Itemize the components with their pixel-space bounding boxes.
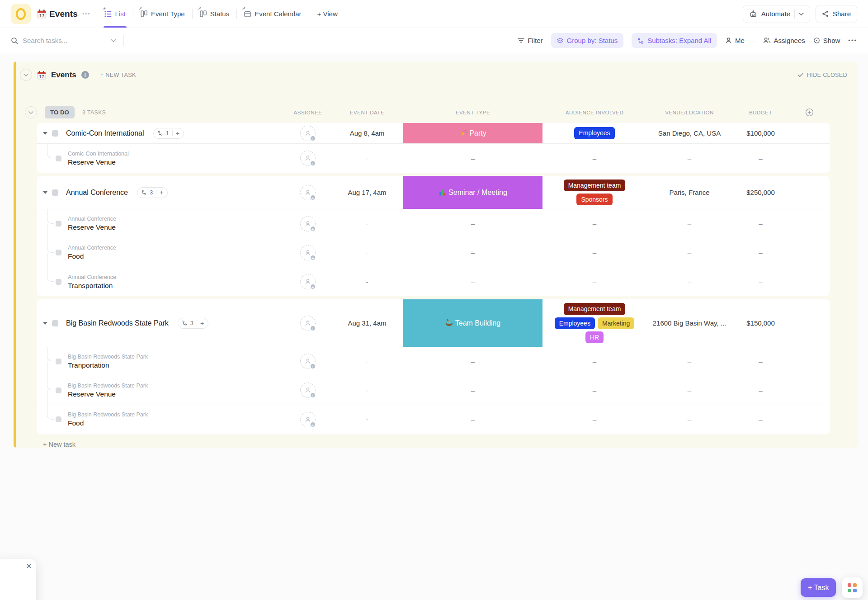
subtask-row[interactable]: Big Basin Redwoods State Park Food + - –… (37, 405, 830, 434)
task-row[interactable]: Comic-Con International 1 + + Aug 8, 4am… (37, 123, 830, 144)
add-subtask-plus[interactable]: + (200, 320, 204, 327)
empty-audience[interactable]: – (593, 387, 596, 394)
close-icon[interactable]: ✕ (26, 562, 32, 570)
empty-budget[interactable]: – (759, 387, 762, 394)
assignee-placeholder[interactable]: + (300, 316, 316, 331)
subtask-row[interactable]: Annual Conference Food + - – – – – (37, 238, 830, 267)
task-name[interactable]: Big Basin Redwoods State Park (66, 319, 169, 327)
app-grid-button[interactable] (842, 577, 863, 598)
empty-event-date[interactable]: - (366, 278, 368, 286)
audience-badge[interactable]: Management team (564, 303, 626, 315)
empty-event-type[interactable]: – (471, 155, 475, 162)
subtask-parent-name[interactable]: Annual Conference (68, 216, 116, 222)
empty-event-date[interactable]: - (366, 155, 368, 162)
column-header-venue[interactable]: VENUE/LOCATION (646, 110, 732, 115)
audience-cell[interactable]: Employees (542, 123, 646, 143)
empty-audience[interactable]: – (593, 278, 596, 286)
tab-event-calendar[interactable]: Event Calendar (237, 0, 308, 28)
assignee-placeholder[interactable]: + (300, 274, 316, 289)
task-status-checkbox[interactable] (52, 320, 58, 326)
search-chevron-down-icon[interactable] (111, 39, 116, 43)
column-header-event-type[interactable]: EVENT TYPE (403, 110, 542, 115)
empty-event-type[interactable]: – (471, 278, 475, 286)
empty-event-type[interactable]: – (471, 220, 475, 227)
add-subtask-plus[interactable]: + (160, 189, 163, 196)
collapse-status-chevron-icon[interactable] (25, 106, 37, 118)
empty-venue[interactable]: – (688, 220, 691, 227)
empty-event-type[interactable]: – (471, 416, 475, 423)
event-type-cell[interactable]: Party (403, 123, 542, 143)
audience-badge[interactable]: Marketing (598, 317, 634, 329)
empty-audience[interactable]: – (593, 155, 596, 162)
collapse-group-chevron-icon[interactable] (20, 69, 32, 81)
subtask-parent-name[interactable]: Big Basin Redwoods State Park (68, 383, 148, 389)
audience-cell[interactable]: Management teamSponsors (542, 176, 646, 209)
workspace-avatar[interactable] (11, 4, 31, 24)
budget[interactable]: $150,000 (746, 319, 775, 327)
add-column-button[interactable] (789, 108, 830, 117)
subtask-count-pill[interactable]: 1 + (153, 128, 184, 139)
empty-budget[interactable]: – (759, 249, 762, 256)
title-more-menu[interactable]: ••• (82, 11, 91, 17)
search-input[interactable] (23, 37, 106, 44)
subtasks-pill[interactable]: Subtasks: Expand All (632, 33, 717, 48)
subtask-status-checkbox[interactable] (56, 250, 61, 255)
subtask-row[interactable]: Big Basin Redwoods State Park Reserve Ve… (37, 376, 830, 405)
task-name[interactable]: Annual Conference (66, 189, 128, 197)
empty-venue[interactable]: – (688, 249, 691, 256)
task-status-checkbox[interactable] (52, 130, 58, 137)
empty-event-date[interactable]: - (366, 416, 368, 423)
empty-budget[interactable]: – (759, 416, 762, 423)
task-row[interactable]: Big Basin Redwoods State Park 3 + + Aug … (37, 299, 830, 347)
subtask-row[interactable]: Big Basin Redwoods State Park Tranportat… (37, 347, 830, 376)
assignee-placeholder[interactable]: + (300, 126, 316, 141)
hide-closed-button[interactable]: HIDE CLOSED (798, 72, 847, 78)
audience-badge[interactable]: HR (585, 331, 604, 343)
audience-badge[interactable]: Employees (555, 317, 595, 329)
empty-event-type[interactable]: – (471, 249, 475, 256)
task-status-checkbox[interactable] (52, 189, 58, 196)
subtask-status-checkbox[interactable] (56, 359, 61, 364)
audience-badge[interactable]: Management team (564, 180, 626, 191)
automate-button[interactable]: Automate (743, 5, 810, 23)
subtask-status-checkbox[interactable] (56, 156, 61, 161)
subtask-row[interactable]: Annual Conference Transportation + - – –… (37, 267, 830, 296)
subtask-name[interactable]: Reserve Venue (68, 390, 148, 398)
event-date[interactable]: Aug 31, 4am (348, 319, 386, 327)
add-task-fab[interactable]: + Task (801, 578, 836, 597)
column-header-audience[interactable]: AUDIENCE INVOLVED (542, 110, 646, 115)
empty-venue[interactable]: – (688, 387, 691, 394)
event-date[interactable]: Aug 8, 4am (350, 129, 385, 137)
empty-audience[interactable]: – (593, 220, 596, 227)
empty-event-date[interactable]: - (366, 249, 368, 256)
event-date[interactable]: Aug 17, 4am (348, 189, 386, 196)
assignee-placeholder[interactable]: + (300, 185, 316, 200)
subtask-status-checkbox[interactable] (56, 416, 61, 422)
assignee-placeholder[interactable]: + (300, 383, 316, 398)
column-header-budget[interactable]: BUDGET (732, 110, 789, 115)
assignee-placeholder[interactable]: + (300, 412, 316, 427)
empty-budget[interactable]: – (759, 278, 762, 286)
tab-list[interactable]: List (97, 0, 133, 28)
new-task-top-button[interactable]: + NEW TASK (100, 72, 136, 78)
empty-event-date[interactable]: - (366, 387, 368, 394)
tab-status[interactable]: Status (193, 0, 237, 28)
assignee-placeholder[interactable]: + (300, 354, 316, 369)
subtask-count-pill[interactable]: 3 + (137, 187, 168, 198)
task-name[interactable]: Comic-Con International (66, 129, 144, 137)
empty-event-type[interactable]: – (471, 358, 475, 365)
venue-location[interactable]: San Diego, CA, USA (658, 129, 721, 137)
empty-event-date[interactable]: - (366, 220, 368, 227)
empty-audience[interactable]: – (593, 249, 596, 256)
share-button[interactable]: Share (816, 5, 857, 23)
empty-audience[interactable]: – (593, 416, 596, 423)
budget[interactable]: $250,000 (746, 189, 775, 196)
audience-cell[interactable]: Management teamEmployeesMarketingHR (542, 299, 646, 347)
tab-event-type[interactable]: Event Type (133, 0, 192, 28)
audience-badge[interactable]: Employees (574, 127, 614, 139)
subtask-parent-name[interactable]: Comic-Con International (68, 151, 129, 157)
subtask-name[interactable]: Food (68, 252, 116, 260)
event-type-cell[interactable]: Seminar / Meeting (403, 176, 542, 209)
subtask-name[interactable]: Transportation (68, 282, 116, 290)
subtask-parent-name[interactable]: Annual Conference (68, 245, 116, 251)
